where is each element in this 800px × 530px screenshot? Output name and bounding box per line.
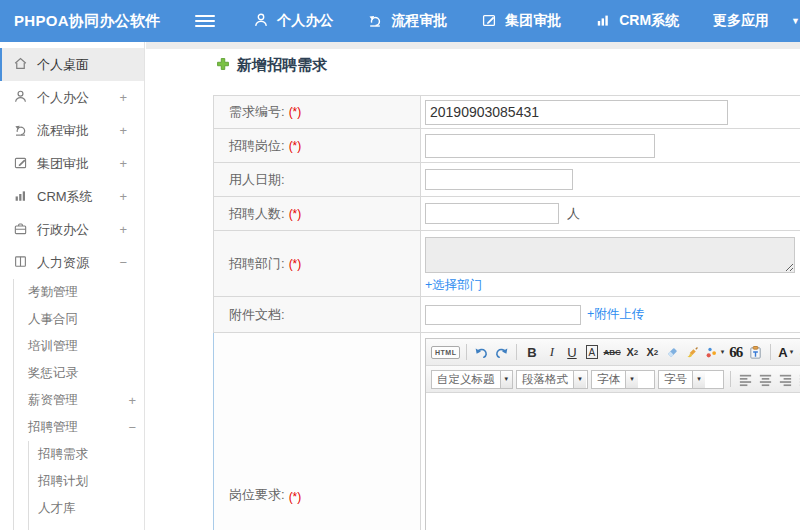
undo-icon[interactable] [473, 342, 490, 362]
page-title-row: 新增招聘需求 [216, 56, 327, 75]
sidebar-item-talent-pool[interactable]: 人才库 [29, 495, 144, 522]
hire-date-input[interactable] [425, 169, 573, 190]
expand-icon[interactable]: + [119, 156, 127, 171]
chevron-down-icon: ▾ [573, 371, 586, 388]
nav-crm-system[interactable]: CRM系统 [595, 12, 679, 31]
paragraph-format-select[interactable]: 段落格式 ▾ [516, 370, 588, 389]
headcount-input[interactable] [425, 203, 559, 224]
flow-icon [367, 12, 383, 31]
recruitment-form: 需求编号:(*) 招聘岗位:(*) 用人日期: 招聘人数:(*) [213, 95, 800, 530]
expand-icon[interactable]: + [119, 90, 127, 105]
expand-icon[interactable]: + [119, 123, 127, 138]
sidebar-item-personal-office[interactable]: 个人办公 + [0, 81, 144, 114]
sidebar-item-training[interactable]: 培训管理 [14, 333, 144, 360]
expand-icon[interactable]: + [119, 189, 127, 204]
sidebar-item-administration[interactable]: 行政办公 + [0, 213, 144, 246]
expand-icon[interactable]: + [128, 393, 136, 408]
form-row-hire-date: 用人日期: [213, 163, 800, 197]
sidebar-item-hr-contract[interactable]: 人事合同 [14, 306, 144, 333]
sidebar-item-attendance[interactable]: 考勤管理 [14, 279, 144, 306]
bold-button[interactable]: B [523, 342, 540, 362]
editor-content-area[interactable] [426, 393, 800, 530]
field-label: 招聘岗位:(*) [214, 129, 421, 162]
html-source-button[interactable]: HTML [431, 346, 460, 359]
select-department-link[interactable]: +选择部门 [425, 277, 482, 294]
user-icon [13, 89, 28, 107]
sidebar-item-salary[interactable]: 薪资管理 + [14, 387, 144, 414]
sidebar-item-rewards[interactable]: 奖惩记录 [14, 360, 144, 387]
edit-icon [481, 12, 497, 31]
nav-personal-office[interactable]: 个人办公 [253, 12, 333, 31]
main-content: 新增招聘需求 需求编号:(*) 招聘岗位:(*) 用人日期: [146, 42, 800, 530]
font-family-select[interactable]: 字体 ▾ [591, 370, 655, 389]
edit-icon [13, 155, 28, 173]
demand-no-input[interactable] [425, 100, 728, 125]
sidebar-item-human-resources[interactable]: 人力资源 − [0, 246, 144, 279]
redo-icon[interactable] [493, 342, 510, 362]
nav-group-approval[interactable]: 集团审批 [481, 12, 561, 31]
font-size-select[interactable]: 字号 ▾ [658, 370, 724, 389]
menu-toggle-icon[interactable] [195, 15, 215, 27]
bar-chart-icon [595, 12, 611, 31]
expand-icon[interactable]: + [119, 222, 127, 237]
sidebar-item-desktop[interactable]: 个人桌面 [0, 48, 144, 81]
briefcase-icon [13, 221, 28, 239]
eraser-icon[interactable] [664, 342, 681, 362]
font-style-button[interactable]: A [586, 345, 599, 359]
superscript-button[interactable]: X2 [624, 342, 641, 362]
sidebar-item-workflow-approval[interactable]: 流程审批 + [0, 114, 144, 147]
required-mark: (*) [289, 207, 302, 221]
collapse-icon[interactable]: − [119, 255, 127, 270]
paste-icon[interactable] [747, 342, 764, 362]
field-label: 附件文档: [214, 297, 421, 332]
department-textarea[interactable] [425, 237, 795, 273]
nav-workflow-approval[interactable]: 流程审批 [367, 12, 447, 31]
add-icon [216, 57, 230, 74]
user-icon [253, 12, 269, 31]
nav-more-apps[interactable]: 更多应用 ▼ [713, 12, 800, 30]
rich-text-editor: HTML B I U A ABC X2 X2 ▾ [425, 338, 800, 530]
blockquote-button[interactable]: 66 [727, 342, 744, 362]
underline-button[interactable]: U [563, 342, 580, 362]
required-mark: (*) [289, 257, 302, 271]
form-row-department: 招聘部门:(*) +选择部门 [213, 231, 800, 297]
collapse-icon[interactable]: − [128, 420, 136, 435]
italic-button[interactable]: I [543, 342, 560, 362]
attachment-input[interactable] [425, 305, 581, 325]
sidebar-item-recruit-demand[interactable]: 招聘需求 [29, 441, 144, 468]
flow-icon [13, 122, 28, 140]
subscript-button[interactable]: X2 [644, 342, 661, 362]
align-right-icon[interactable] [777, 369, 794, 389]
app-logo[interactable]: PHPOA协同办公软件 [0, 12, 177, 31]
form-row-attachment: 附件文档: +附件上传 [213, 297, 800, 333]
headcount-unit: 人 [567, 205, 580, 223]
align-left-icon[interactable] [737, 369, 754, 389]
chevron-down-icon: ▾ [625, 371, 638, 388]
home-icon [13, 56, 28, 74]
field-label: 招聘人数:(*) [214, 197, 421, 230]
custom-heading-select[interactable]: 自定义标题 ▾ [431, 370, 513, 389]
sidebar: 个人桌面 个人办公 + 流程审批 + 集团审批 + CRM系统 + 行政办公 +… [0, 42, 145, 530]
sidebar-item-crm[interactable]: CRM系统 + [0, 180, 144, 213]
sidebar-item-recruit-plan[interactable]: 招聘计划 [29, 468, 144, 495]
required-mark: (*) [289, 490, 302, 504]
page-title: 新增招聘需求 [237, 56, 327, 75]
align-center-icon[interactable] [757, 369, 774, 389]
chevron-down-icon: ▾ [500, 371, 513, 388]
sidebar-item-group-approval[interactable]: 集团审批 + [0, 147, 144, 180]
form-row-demand-no: 需求编号:(*) [213, 96, 800, 129]
top-nav: 个人办公 流程审批 集团审批 CRM系统 更多应用 ▼ [253, 12, 800, 31]
form-row-headcount: 招聘人数:(*) 人 [213, 197, 800, 231]
position-input[interactable] [425, 134, 655, 158]
required-mark: (*) [289, 105, 302, 119]
content-top-strip [146, 42, 800, 49]
color-palette-icon[interactable]: ▾ [704, 342, 725, 362]
form-row-job-requirements: 岗位要求:(*) HTML B I U A ABC X2 [213, 333, 800, 530]
strikethrough-button[interactable]: ABC [603, 342, 620, 362]
brush-icon[interactable] [684, 342, 701, 362]
attachment-upload-link[interactable]: +附件上传 [587, 306, 644, 323]
recruit-submenu: 招聘需求 招聘计划 人才库 [28, 441, 144, 530]
sidebar-item-recruit-mgmt[interactable]: 招聘管理 − [14, 414, 144, 441]
font-color-button[interactable]: A▾ [777, 342, 794, 362]
top-header: PHPOA协同办公软件 个人办公 流程审批 集团审批 CRM系统 更多应用 ▼ [0, 0, 800, 42]
